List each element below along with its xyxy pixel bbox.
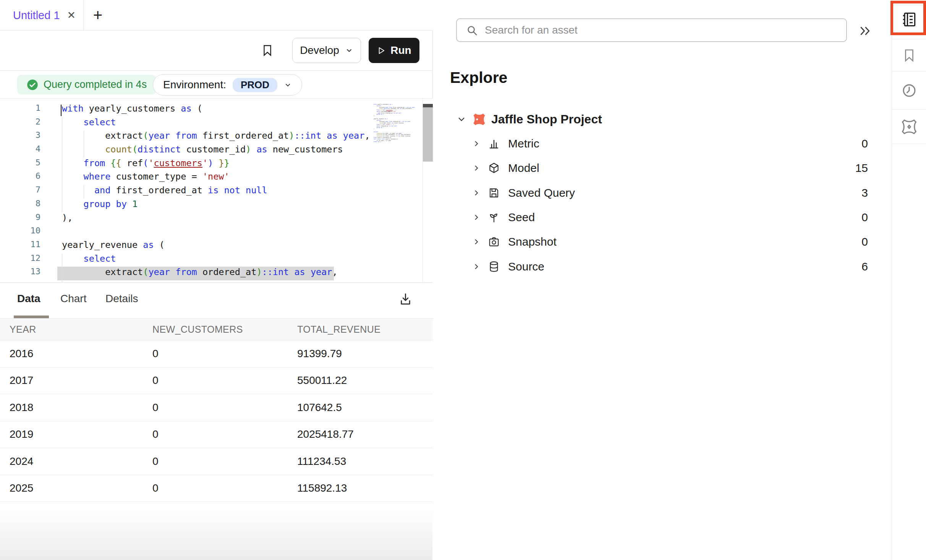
table-cell: 2024: [10, 455, 152, 468]
develop-label: Develop: [300, 44, 339, 57]
tree-item-label: Metric: [508, 137, 539, 150]
environment-dropdown[interactable]: Environment: PROD: [153, 74, 302, 95]
right-icon-rail: [892, 0, 926, 560]
tab-data[interactable]: Data: [17, 293, 40, 305]
code-line[interactable]: 13 extract(year from ordered_at)::int as…: [0, 267, 433, 280]
camera-icon: [488, 236, 500, 248]
code-text: group by 1: [62, 199, 138, 212]
editor-minimap[interactable]: with yearly_customers as ( select extrac…: [374, 104, 422, 143]
develop-dropdown[interactable]: Develop: [292, 38, 361, 63]
run-button[interactable]: Run: [369, 38, 419, 63]
tree-item-count: 3: [861, 186, 868, 199]
code-text: [62, 226, 67, 240]
code-line[interactable]: 6 where customer_type = 'new': [0, 171, 433, 185]
download-icon[interactable]: [398, 292, 413, 306]
query-status-badge: Query completed in 4s: [17, 75, 156, 94]
table-cell: 0: [152, 401, 297, 414]
sql-editor[interactable]: 1with yearly_customers as (2 select3 ext…: [0, 99, 433, 283]
tree-item-label: Saved Query: [508, 186, 575, 199]
code-line[interactable]: 9),: [0, 212, 433, 226]
tree-item-label: Source: [508, 260, 544, 273]
code-line[interactable]: 12 select: [0, 253, 433, 267]
table-row: 2016091399.79: [0, 340, 433, 367]
tree-item-count: 0: [861, 211, 868, 224]
code-line[interactable]: 2 select: [0, 117, 433, 131]
tree-item-metric[interactable]: Metric0: [450, 131, 868, 156]
tree-item-source[interactable]: Source6: [450, 254, 868, 278]
tree-item-project[interactable]: Jaffle Shop Project: [450, 107, 868, 131]
code-text: where customer_type = 'new': [62, 171, 230, 185]
query-status-text: Query completed in 4s: [44, 79, 147, 91]
rail-item-copilot[interactable]: [892, 110, 926, 144]
table-cell: 550011.22: [297, 374, 433, 387]
tree-item-snapshot[interactable]: Snapshot0: [450, 230, 868, 254]
code-text: select: [62, 253, 116, 267]
bottom-fade: [0, 508, 432, 560]
play-icon: [377, 46, 385, 55]
rail-item-history[interactable]: [892, 71, 926, 110]
cube-icon: [488, 162, 500, 174]
results-table-body: 2016091399.7920170550011.2220180107642.5…: [0, 340, 433, 502]
tree-item-model[interactable]: Model15: [450, 156, 868, 180]
tree-item-label: Seed: [508, 211, 535, 224]
table-row: 20170550011.22: [0, 367, 433, 395]
table-cell: 111234.53: [297, 455, 433, 468]
project-name: Jaffle Shop Project: [491, 112, 602, 126]
table-cell: 115892.13: [297, 482, 433, 494]
code-text: with yearly_customers as (: [62, 103, 202, 117]
active-tab-underline: [14, 316, 49, 318]
results-panel: Data Chart Details YEAR NEW_CUSTOMERS TO…: [0, 282, 433, 560]
search-input[interactable]: [485, 24, 840, 36]
code-line[interactable]: 1with yearly_customers as (: [0, 103, 433, 117]
scrollbar-marker: [423, 104, 433, 107]
line-number: 3: [0, 130, 40, 144]
status-bar: Query completed in 4s Environment: PROD: [0, 71, 433, 99]
chevron-down-icon: [456, 114, 467, 125]
left-panel: Untitled 1 ✕ + Develop Run Query complet…: [0, 0, 433, 560]
bookmark-icon: [902, 47, 916, 63]
chevron-down-icon: [284, 81, 292, 89]
rail-item-notebook[interactable]: [892, 0, 926, 39]
line-number: 12: [0, 253, 40, 267]
asset-search[interactable]: [456, 18, 847, 42]
chevron-right-icon: [472, 237, 481, 246]
bookmark-icon[interactable]: [261, 42, 274, 58]
close-icon[interactable]: ✕: [67, 10, 76, 21]
results-table-header: YEAR NEW_CUSTOMERS TOTAL_REVENUE: [0, 318, 433, 340]
editor-scrollbar[interactable]: [423, 99, 433, 283]
tab-title: Untitled 1: [13, 9, 60, 22]
code-line[interactable]: 3 extract(year from first_ordered_at)::i…: [0, 130, 433, 144]
code-line[interactable]: 4 count(distinct customer_id) as new_cus…: [0, 144, 433, 158]
table-cell: 2017: [10, 374, 152, 387]
code-line[interactable]: 11yearly_revenue as (: [0, 240, 433, 253]
environment-label: Environment:: [163, 79, 226, 91]
tab-untitled-1[interactable]: Untitled 1 ✕: [0, 0, 84, 31]
table-row: 201902025418.77: [0, 421, 433, 448]
table-cell: 2016: [10, 348, 152, 360]
double-chevron-right-icon[interactable]: [857, 24, 873, 37]
code-lines[interactable]: 1with yearly_customers as (2 select3 ext…: [0, 99, 433, 280]
code-text: extract(year from first_ordered_at)::int…: [62, 130, 370, 144]
editor-toolbar: Develop Run: [0, 31, 433, 71]
code-line[interactable]: 5 from {{ ref('customers') }}: [0, 158, 433, 172]
table-cell: 107642.5: [297, 401, 433, 414]
code-text: select: [62, 117, 116, 131]
code-text: count(distinct customer_id) as new_custo…: [62, 144, 343, 158]
history-icon: [901, 83, 917, 99]
tree-item-count: 15: [855, 162, 868, 175]
code-line[interactable]: 10: [0, 226, 433, 240]
rail-item-bookmarks[interactable]: [892, 39, 926, 71]
code-line[interactable]: 7 and first_ordered_at is not null: [0, 185, 433, 199]
sparkle-x-icon: [901, 118, 918, 135]
scrollbar-thumb[interactable]: [423, 107, 433, 162]
new-tab-button[interactable]: +: [89, 6, 107, 24]
tree-item-seed[interactable]: Seed0: [450, 205, 868, 230]
code-text: from {{ ref('customers') }}: [62, 158, 230, 172]
search-icon: [466, 24, 478, 36]
tree-item-saved-query[interactable]: Saved Query3: [450, 181, 868, 205]
explore-heading: Explore: [450, 69, 507, 87]
tab-chart[interactable]: Chart: [60, 293, 86, 305]
explore-tree: Jaffle Shop ProjectMetric0Model15Saved Q…: [450, 107, 868, 279]
tab-details[interactable]: Details: [105, 293, 138, 305]
code-line[interactable]: 8 group by 1: [0, 199, 433, 212]
